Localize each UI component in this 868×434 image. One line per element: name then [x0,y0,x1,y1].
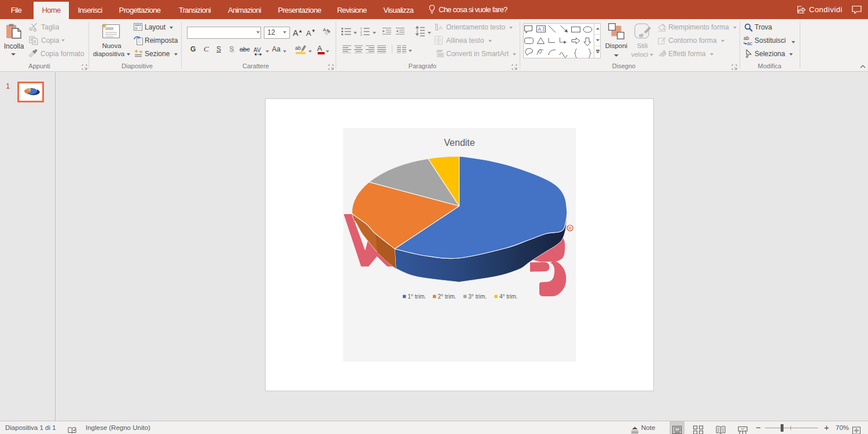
svg-text:2° trim.: 2° trim. [438,293,457,300]
svg-text:A: A [439,25,443,31]
svg-text:ac: ac [747,41,753,46]
svg-text:Vendite: Vendite [444,138,475,148]
svg-text:1° trim.: 1° trim. [408,293,426,300]
svg-text:3: 3 [361,33,362,36]
svg-text:4° trim.: 4° trim. [499,293,518,300]
svg-text:A: A [538,26,542,32]
svg-text:A: A [323,27,326,32]
svg-text:3° trim.: 3° trim. [468,293,487,300]
svg-text:ab: ab [295,45,301,51]
svg-text:AV: AV [253,47,261,53]
svg-text:R: R [568,226,571,230]
